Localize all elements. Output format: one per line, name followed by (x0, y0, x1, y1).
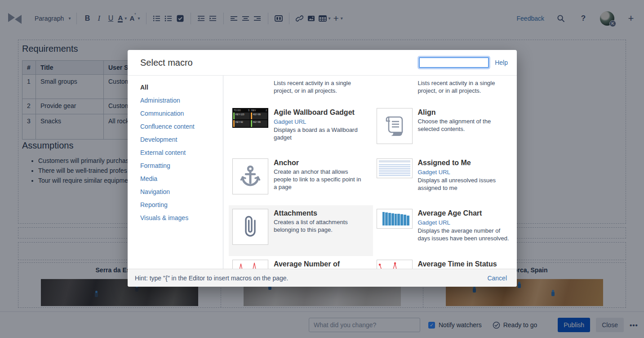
macro-item-average-number-of[interactable]: Average Number of (229, 256, 373, 269)
macro-description: Creates a list of attachments belonging … (274, 218, 366, 234)
line-chart-icon (232, 260, 268, 269)
category-reporting[interactable]: Reporting (140, 201, 223, 208)
line-chart-icon (377, 260, 413, 269)
dialog-title: Select macro (140, 58, 193, 68)
macro-item-average-age-chart[interactable]: Average Age Chart Gadget URL Displays th… (373, 205, 517, 256)
macro-row: Anchor Create an anchor that allows peop… (229, 155, 517, 205)
macro-description: Displays all unresolved issues assigned … (418, 176, 510, 192)
macro-description: Lists recent activity in a single projec… (274, 79, 366, 95)
macro-item-partial[interactable]: Lists recent activity in a single projec… (229, 76, 373, 104)
issue-list-icon (377, 158, 413, 178)
category-media[interactable]: Media (140, 175, 223, 182)
select-macro-dialog: Select macro Help All Administration Com… (128, 50, 517, 287)
category-external-content[interactable]: External content (140, 149, 223, 156)
macro-item-attachments[interactable]: Attachments Creates a list of attachment… (229, 205, 373, 256)
macro-item-agile-wallboard-gadget[interactable]: TO DO5 KEY-123 KEY-92 DEV2 KEY-99 KEY-99 (229, 104, 373, 155)
cancel-button[interactable]: Cancel (487, 275, 507, 282)
macro-row: TO DO5 KEY-123 KEY-92 DEV2 KEY-99 KEY-99 (229, 104, 517, 155)
gadget-url-link[interactable]: Gadget URL (274, 118, 306, 125)
macro-title: Align (418, 108, 510, 117)
macro-title: Attachments (274, 209, 366, 217)
macro-title: Average Time in Status (418, 260, 497, 268)
wallboard-icon: TO DO5 KEY-123 KEY-92 DEV2 KEY-99 KEY-99 (232, 108, 268, 128)
category-development[interactable]: Development (140, 136, 223, 143)
macro-row-partial-bottom: Average Number of (229, 256, 517, 269)
macro-description: Choose the alignment of the selected con… (418, 117, 510, 133)
gadget-url-link[interactable]: Gadget URL (418, 219, 450, 226)
macro-title: Anchor (274, 158, 366, 167)
macro-row-partial-top: Lists recent activity in a single projec… (229, 76, 517, 104)
dialog-footer: Hint: type "{" in the Editor to insert m… (128, 269, 517, 287)
macro-title: Average Age Chart (418, 209, 510, 217)
macro-item-average-time-in-status[interactable]: Average Time in Status (373, 256, 517, 269)
confluence-editor-screen: Paragraph ▾ B I U A ▾ A° ▾ (0, 0, 644, 338)
macro-description: Displays a board as a Wallboard gadget (274, 126, 366, 141)
macro-title: Assigned to Me (418, 158, 510, 167)
category-formatting[interactable]: Formatting (140, 162, 223, 169)
macro-row: Attachments Creates a list of attachment… (229, 205, 517, 256)
scroll-icon (384, 114, 405, 138)
macro-category-list: All Administration Communication Conflue… (128, 76, 223, 269)
dialog-body: All Administration Communication Conflue… (128, 76, 517, 269)
macro-search-input[interactable] (419, 57, 489, 68)
macro-item-partial[interactable]: Lists recent activity in a single projec… (373, 76, 517, 104)
macro-description: Displays the average number of days issu… (418, 227, 510, 242)
dialog-help-link[interactable]: Help (495, 59, 508, 66)
anchor-icon (240, 165, 261, 188)
category-administration[interactable]: Administration (140, 97, 223, 104)
bar-chart-icon (377, 209, 413, 229)
macro-title: Agile Wallboard Gadget (274, 108, 366, 117)
macro-description: Create an anchor that allows people to l… (274, 168, 366, 191)
macro-item-assigned-to-me[interactable]: Assigned to Me Gadget URL Displays all u… (373, 155, 517, 205)
macro-title: Average Number of (274, 260, 340, 268)
macro-item-anchor[interactable]: Anchor Create an anchor that allows peop… (229, 155, 373, 205)
macro-description: Lists recent activity in a single projec… (418, 79, 510, 95)
paperclip-icon (243, 215, 258, 239)
dialog-header: Select macro Help (128, 50, 517, 76)
category-navigation[interactable]: Navigation (140, 188, 223, 195)
category-confluence-content[interactable]: Confluence content (140, 123, 223, 130)
category-communication[interactable]: Communication (140, 110, 223, 117)
macro-list: Lists recent activity in a single projec… (223, 76, 517, 269)
category-all[interactable]: All (140, 84, 223, 91)
macro-item-align[interactable]: Align Choose the alignment of the select… (373, 104, 517, 155)
gadget-url-link[interactable]: Gadget URL (418, 169, 450, 176)
macro-hint-text: Hint: type "{" in the Editor to insert m… (135, 275, 288, 282)
category-visuals-images[interactable]: Visuals & images (140, 214, 223, 221)
